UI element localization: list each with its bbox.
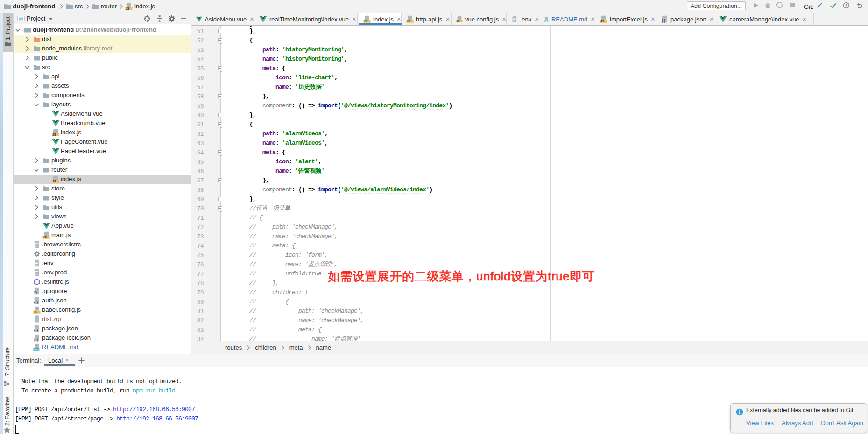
svg-text:MD: MD bbox=[544, 20, 548, 22]
svg-text:JS: JS bbox=[43, 236, 47, 239]
svg-text:MD: MD bbox=[34, 348, 39, 351]
svg-text:JS: JS bbox=[126, 7, 130, 10]
svg-text:JS: JS bbox=[52, 133, 56, 136]
svg-text:JS: JS bbox=[457, 20, 460, 22]
svg-text:JS: JS bbox=[407, 20, 411, 23]
svg-text:{ }: { } bbox=[662, 19, 666, 23]
svg-text:JS: JS bbox=[52, 180, 56, 183]
svg-text:{ }: { } bbox=[34, 337, 38, 342]
svg-text:JS: JS bbox=[34, 310, 38, 314]
svg-text:JS: JS bbox=[364, 20, 368, 23]
svg-text:JS: JS bbox=[600, 20, 605, 23]
svg-text:{ }: { } bbox=[34, 328, 38, 332]
svg-text:{ }: { } bbox=[34, 300, 38, 304]
